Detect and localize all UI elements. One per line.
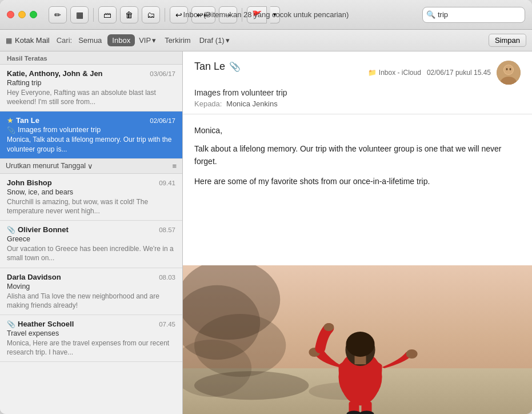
- svg-point-3: [504, 65, 513, 74]
- vip-chevron: ▾: [152, 36, 156, 45]
- starred-row: 📎 Olivier Bonnet: [7, 225, 69, 234]
- sort-button[interactable]: Urutkan menurut Tanggal ∨: [6, 162, 93, 170]
- minimize-button[interactable]: [18, 11, 26, 18]
- list-item[interactable]: Darla Davidson 08.03 Moving Alisha and T…: [0, 268, 182, 315]
- mail-sender: Tan Le: [16, 116, 39, 125]
- right-panel: Tan Le 📎 📁 Inbox - iCloud 02/06/17 pukul…: [183, 51, 532, 414]
- move-button[interactable]: 🗂: [142, 6, 160, 23]
- reply-icon: ↩: [175, 10, 182, 19]
- svg-point-4: [506, 68, 508, 70]
- tab-draf[interactable]: Draf (1) ▾: [196, 34, 233, 46]
- mail-item-header: 📎 Heather Schoell 07.45: [7, 320, 175, 328]
- mail-list[interactable]: John Bishop 09.41 Snow, ice, and bears C…: [0, 174, 182, 414]
- email-header-top: Tan Le 📎 📁 Inbox - iCloud 02/06/17 pukul…: [194, 61, 521, 85]
- trash-button[interactable]: 🗑: [120, 6, 138, 23]
- search-input[interactable]: [438, 10, 532, 19]
- mail-preview: Monica, Here are the travel expenses fro…: [7, 339, 175, 357]
- mail-subject: Snow, ice, and bears: [7, 188, 175, 196]
- simpan-button[interactable]: Simpan: [489, 34, 526, 47]
- mail-item-header: Katie, Anthony, John & Jen 03/06/17: [7, 69, 175, 78]
- draf-chevron: ▾: [226, 36, 230, 45]
- email-subject: Images from volunteer trip: [194, 88, 521, 97]
- separator-2: [165, 8, 165, 22]
- mail-subject: Rafting trip: [7, 79, 175, 87]
- mail-preview: Churchill is amazing, but wow, was it co…: [7, 197, 175, 216]
- email-body-2: Here are some of my favorite shots from …: [194, 176, 521, 188]
- email-header: Tan Le 📎 📁 Inbox - iCloud 02/06/17 pukul…: [183, 51, 532, 114]
- compose-icon: ✏: [54, 10, 61, 19]
- svg-point-12: [194, 371, 309, 400]
- list-item[interactable]: John Bishop 09.41 Snow, ice, and bears C…: [0, 174, 182, 221]
- email-to: Kepada: Monica Jenkins: [194, 99, 521, 108]
- mail-preview: Hey Everyone, Rafting was an absolute bl…: [7, 88, 175, 106]
- main-window: ✏ ▦ 🗃 🗑 🗂 ↩ ↩↩ →: [0, 0, 532, 414]
- mail-subject: Images from volunteer trip: [18, 126, 101, 134]
- maximize-button[interactable]: [30, 11, 37, 18]
- titlebar: ✏ ▦ 🗃 🗑 🗂 ↩ ↩↩ →: [0, 0, 532, 30]
- email-sender-name: Tan Le 📎: [194, 61, 241, 73]
- email-greeting: Monica,: [194, 126, 521, 135]
- mailbox-button[interactable]: ▦: [70, 6, 89, 23]
- email-location: 📁 Inbox - iCloud: [368, 69, 421, 77]
- mail-subject: Moving: [7, 282, 175, 290]
- search-box[interactable]: 🔍 ✕: [422, 7, 525, 23]
- filterbar: ▦ Kotak Mail Cari: Semua Inbox VIP ▾ Ter…: [0, 30, 532, 51]
- mail-preview: Alisha and Tia love the new neighborhood…: [7, 292, 175, 310]
- starred-row: 📎 Heather Schoell: [7, 320, 74, 328]
- attachment-icon: 📎: [7, 126, 15, 134]
- mail-sender: Olivier Bonnet: [18, 225, 69, 234]
- mail-sender: John Bishop: [7, 178, 52, 187]
- attachment-icon: 📎: [7, 320, 15, 328]
- tab-vip[interactable]: VIP ▾: [135, 34, 159, 46]
- kotak-mail-button[interactable]: ▦ Kotak Mail: [6, 36, 50, 45]
- attachment-icon: 📎: [7, 226, 15, 234]
- mailbox-icon: ▦: [76, 10, 83, 19]
- filter-icon[interactable]: ≡: [172, 162, 177, 170]
- email-to-label: Kepada:: [194, 99, 222, 108]
- list-item[interactable]: 📎 Heather Schoell 07.45 Travel expenses …: [0, 315, 182, 362]
- mail-date: 09.41: [159, 180, 175, 186]
- main-area: Hasil Teratas Katie, Anthony, John & Jen…: [0, 51, 532, 414]
- starred-row: ★ Tan Le: [7, 116, 39, 125]
- mail-date: 08.57: [159, 226, 175, 233]
- kotak-mail-label: Kotak Mail: [15, 36, 50, 45]
- mail-subject: Greece: [7, 235, 175, 243]
- compose-button[interactable]: ✏: [49, 6, 67, 23]
- star-icon: ★: [7, 116, 14, 125]
- email-body: Monica, Talk about a lifelong memory. Ou…: [183, 114, 532, 265]
- hasil-teratas-header: Hasil Teratas: [0, 51, 182, 65]
- tab-inbox[interactable]: Inbox: [107, 34, 135, 46]
- folder-icon: 📁: [368, 69, 377, 77]
- mail-date: 03/06/17: [150, 70, 175, 77]
- sort-label: Urutkan menurut Tanggal: [6, 162, 86, 170]
- tab-terkirim[interactable]: Terkirim: [160, 34, 195, 46]
- tab-semua[interactable]: Semua: [74, 34, 106, 46]
- close-button[interactable]: [7, 11, 14, 18]
- mail-subject: Travel expenses: [7, 329, 175, 337]
- svg-point-19: [346, 332, 374, 357]
- svg-point-24: [323, 323, 334, 331]
- email-meta-right: 📁 Inbox - iCloud 02/06/17 pukul 15.45: [368, 61, 521, 85]
- mail-date: 02/06/17: [150, 117, 175, 124]
- left-panel: Hasil Teratas Katie, Anthony, John & Jen…: [0, 51, 183, 414]
- archive-icon: 🗃: [103, 10, 111, 19]
- email-recipient: Monica Jenkins: [226, 99, 278, 108]
- svg-point-16: [406, 349, 418, 359]
- mail-preview: Our vacation to Greece has been incredib…: [7, 244, 175, 262]
- list-item[interactable]: 📎 Olivier Bonnet 08.57 Greece Our vacati…: [0, 221, 182, 268]
- move-icon: 🗂: [147, 10, 155, 19]
- mail-item-header: 📎 Olivier Bonnet 08.57: [7, 225, 175, 234]
- mail-sender: Darla Davidson: [7, 273, 61, 281]
- sort-bar: Urutkan menurut Tanggal ∨ ≡: [0, 159, 182, 174]
- email-sender-block: Tan Le 📎: [194, 61, 241, 73]
- archive-button[interactable]: 🗃: [98, 6, 117, 23]
- window-title: Inbox (Ditemukan 28 yang cocok untuk pen…: [183, 10, 349, 19]
- email-body-1: Talk about a lifelong memory. Our trip w…: [194, 143, 521, 168]
- svg-point-5: [510, 68, 511, 70]
- list-item[interactable]: Katie, Anthony, John & Jen 03/06/17 Raft…: [0, 65, 182, 112]
- svg-rect-18: [354, 356, 366, 364]
- trash-icon: 🗑: [125, 10, 133, 19]
- search-icon: 🔍: [426, 10, 435, 19]
- list-item[interactable]: ★ Tan Le 02/06/17 📎 Images from voluntee…: [0, 112, 182, 158]
- mail-date: 07.45: [159, 321, 175, 328]
